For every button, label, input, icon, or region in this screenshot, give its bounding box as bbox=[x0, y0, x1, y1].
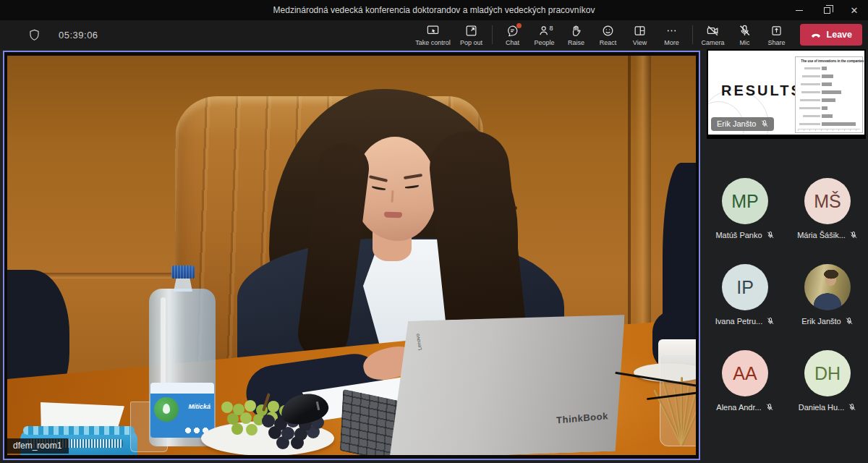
room-video: Mitická ThinkBook Lenovo dfem_room1 bbox=[7, 56, 696, 455]
meeting-timer: 05:39:06 bbox=[59, 30, 98, 41]
participant-tile[interactable]: MŠ Mária Šášik... bbox=[790, 178, 865, 239]
meeting-toolbar: 05:39:06 Take control Pop out Chat bbox=[0, 20, 868, 49]
leave-button[interactable]: Leave bbox=[800, 24, 862, 46]
stage-video-tile[interactable]: Mitická ThinkBook Lenovo dfem_room1 bbox=[3, 51, 700, 460]
shield-icon bbox=[27, 28, 41, 42]
share-icon bbox=[770, 24, 783, 38]
chart-bar bbox=[822, 67, 827, 70]
window-titlebar: Medzinárodná vedecká konferencia doktora… bbox=[0, 0, 868, 20]
minimize-icon bbox=[796, 10, 803, 11]
chart-bar bbox=[822, 114, 833, 118]
participant-tile[interactable]: Erik Janšto bbox=[790, 264, 865, 326]
breadsticks-glass bbox=[660, 354, 696, 446]
slide-title: RESULTS bbox=[721, 82, 803, 99]
participant-name: Daniela Hu... bbox=[799, 403, 845, 412]
participant-tile[interactable]: AA Alena Andr... bbox=[707, 350, 783, 412]
participants-grid: MP Matúš Panko MŠ Mária Šášik... IP Ivan… bbox=[707, 178, 868, 436]
close-button[interactable]: ✕ bbox=[841, 0, 868, 20]
chart-bar bbox=[822, 98, 835, 102]
pop-out-icon bbox=[464, 24, 478, 38]
presenter-name-pill: Erik Janšto bbox=[711, 117, 774, 131]
laptop-brand-text: ThinkBook bbox=[556, 410, 608, 425]
view-icon bbox=[633, 24, 647, 38]
dark-grapes bbox=[262, 415, 275, 428]
chart-bar bbox=[822, 90, 842, 94]
toolbar-separator bbox=[692, 25, 693, 44]
chart-bar bbox=[822, 122, 856, 126]
hangup-icon bbox=[810, 29, 822, 41]
participant-tile[interactable]: DH Daniela Hu... bbox=[790, 350, 865, 412]
mic-off-icon bbox=[738, 24, 752, 38]
more-button[interactable]: More bbox=[656, 20, 688, 49]
avatar: AA bbox=[722, 350, 768, 396]
chart-title: The use of innovations in the companies bbox=[801, 59, 856, 62]
laptop-logo-text: Lenovo bbox=[414, 334, 422, 351]
minimize-button[interactable] bbox=[786, 0, 813, 20]
people-count-badge: 8 bbox=[550, 25, 553, 32]
avatar-photo bbox=[804, 264, 851, 310]
react-button[interactable]: React bbox=[592, 20, 624, 49]
take-control-icon bbox=[426, 24, 440, 38]
avatar: DH bbox=[804, 350, 851, 396]
video-name-tag: dfem_room1 bbox=[7, 438, 69, 454]
participant-name: Mária Šášik... bbox=[797, 231, 846, 239]
camera-off-icon bbox=[706, 24, 720, 38]
chat-button[interactable]: Chat bbox=[497, 20, 529, 49]
wood-panel-seam bbox=[628, 56, 631, 338]
muted-mic-icon bbox=[765, 403, 774, 412]
bottle-brand-text: Mitická bbox=[188, 403, 210, 410]
raise-hand-icon bbox=[569, 24, 583, 38]
avatar: IP bbox=[722, 264, 768, 310]
mic-button[interactable]: Mic bbox=[729, 20, 761, 49]
muted-mic-icon bbox=[766, 317, 775, 326]
chart-bar bbox=[822, 82, 832, 86]
slide-bar-chart: The use of innovations in the companies bbox=[795, 56, 863, 133]
muted-mic-icon bbox=[845, 317, 854, 326]
avatar: MP bbox=[722, 178, 768, 224]
participant-name: Alena Andr... bbox=[716, 403, 761, 412]
more-icon bbox=[665, 24, 678, 38]
take-control-button[interactable]: Take control bbox=[411, 20, 456, 49]
chart-axis bbox=[798, 129, 860, 131]
chart-bar bbox=[822, 75, 833, 78]
participant-tile[interactable]: IP Ivana Petru... bbox=[707, 264, 783, 326]
muted-mic-icon bbox=[849, 231, 858, 239]
raise-hand-button[interactable]: Raise bbox=[561, 20, 592, 49]
share-button[interactable]: Share bbox=[761, 20, 793, 49]
restore-button[interactable] bbox=[813, 0, 841, 20]
view-button[interactable]: View bbox=[624, 20, 656, 49]
green-grapes bbox=[221, 402, 233, 413]
presenter-name: Erik Janšto bbox=[717, 119, 756, 128]
window-title: Medzinárodná vedecká konferencia doktora… bbox=[273, 5, 595, 15]
shared-slide: RESULTS The use of innovations in the co… bbox=[708, 51, 864, 135]
pop-out-button[interactable]: Pop out bbox=[456, 20, 488, 49]
chat-notification-dot bbox=[516, 23, 522, 28]
participant-name: Erik Janšto bbox=[801, 317, 841, 326]
muted-mic-icon bbox=[848, 403, 856, 412]
laptop-lid: ThinkBook Lenovo bbox=[389, 313, 624, 455]
camera-button[interactable]: Camera bbox=[697, 20, 729, 49]
react-icon bbox=[601, 24, 615, 38]
toolbar-separator bbox=[492, 25, 493, 44]
participant-name: Matúš Panko bbox=[715, 231, 762, 239]
avatar: MŠ bbox=[804, 178, 851, 224]
thumbnail-chart-bars bbox=[798, 64, 860, 128]
restore-icon bbox=[824, 7, 830, 14]
muted-mic-icon bbox=[760, 119, 769, 128]
muted-mic-icon bbox=[766, 231, 775, 239]
participant-name: Ivana Petru... bbox=[715, 317, 762, 326]
participant-tile[interactable]: MP Matúš Panko bbox=[707, 178, 783, 239]
chart-bar bbox=[822, 106, 827, 110]
bottle-cap bbox=[171, 266, 195, 279]
people-button[interactable]: 8 People bbox=[529, 20, 561, 49]
screen-share-thumbnail[interactable]: RESULTS The use of innovations in the co… bbox=[707, 49, 866, 139]
bottle-label: Mitická bbox=[150, 383, 214, 438]
